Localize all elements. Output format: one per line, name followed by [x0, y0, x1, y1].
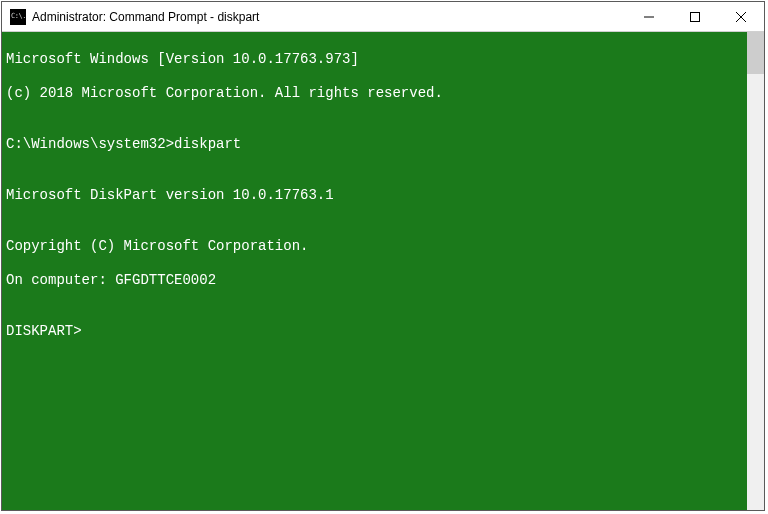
console-line: (c) 2018 Microsoft Corporation. All righ…	[6, 85, 743, 102]
minimize-icon	[644, 12, 654, 22]
titlebar[interactable]: C:\. Administrator: Command Prompt - dis…	[2, 2, 764, 32]
console-line: Microsoft Windows [Version 10.0.17763.97…	[6, 51, 743, 68]
console-line: Microsoft DiskPart version 10.0.17763.1	[6, 187, 743, 204]
console-line: Copyright (C) Microsoft Corporation.	[6, 238, 743, 255]
maximize-icon	[690, 12, 700, 22]
console-line: C:\Windows\system32>diskpart	[6, 136, 743, 153]
maximize-button[interactable]	[672, 2, 718, 31]
cmd-icon: C:\.	[10, 9, 26, 25]
close-button[interactable]	[718, 2, 764, 31]
console-line: On computer: GFGDTTCE0002	[6, 272, 743, 289]
console-output[interactable]: Microsoft Windows [Version 10.0.17763.97…	[2, 32, 747, 510]
vertical-scrollbar[interactable]	[747, 32, 764, 510]
window-title: Administrator: Command Prompt - diskpart	[32, 10, 626, 24]
svg-rect-1	[691, 12, 700, 21]
command-prompt-window: C:\. Administrator: Command Prompt - dis…	[1, 1, 765, 511]
cmd-icon-glyph: C:\.	[10, 13, 26, 20]
client-area: Microsoft Windows [Version 10.0.17763.97…	[2, 32, 764, 510]
console-prompt: DISKPART>	[6, 323, 743, 340]
close-icon	[736, 12, 746, 22]
scrollbar-thumb[interactable]	[747, 32, 764, 74]
window-controls	[626, 2, 764, 31]
minimize-button[interactable]	[626, 2, 672, 31]
